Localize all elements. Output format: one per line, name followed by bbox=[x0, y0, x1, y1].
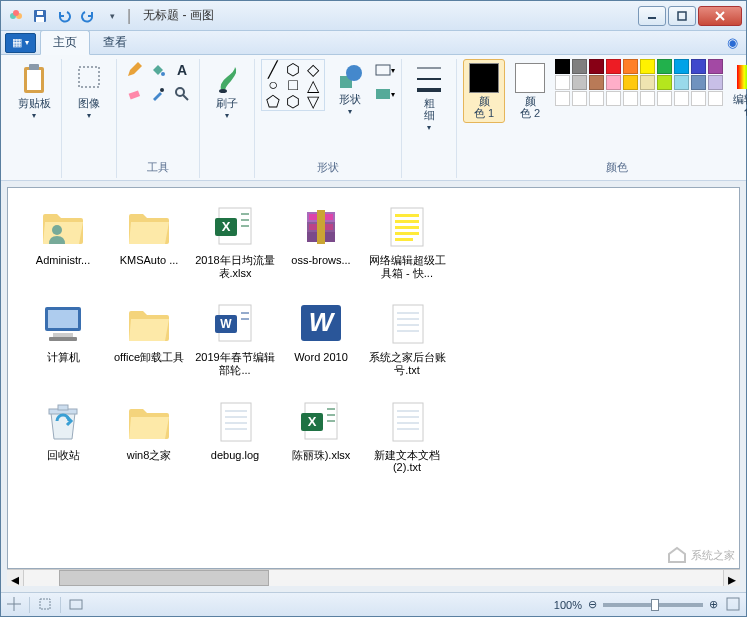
palette-color[interactable] bbox=[555, 75, 570, 90]
palette-color[interactable] bbox=[657, 91, 672, 106]
file-item[interactable]: 计算机 bbox=[22, 299, 104, 376]
file-label: debug.log bbox=[211, 449, 259, 462]
text-icon[interactable]: A bbox=[171, 59, 193, 81]
palette-color[interactable] bbox=[623, 75, 638, 90]
redo-icon[interactable] bbox=[77, 5, 99, 27]
palette-color[interactable] bbox=[606, 59, 621, 74]
file-label: win8之家 bbox=[127, 449, 172, 462]
file-item[interactable]: W2019年春节编辑部轮... bbox=[194, 299, 276, 376]
zoom-level: 100% bbox=[554, 599, 582, 611]
color2-button[interactable]: 颜 色 2 bbox=[509, 59, 551, 123]
shapes-dropdown[interactable]: 形状 ▾ bbox=[329, 59, 371, 120]
select-button[interactable]: 图像 ▾ bbox=[68, 59, 110, 124]
file-item[interactable]: 网络编辑超级工具箱 - 快... bbox=[366, 202, 448, 279]
svg-point-2 bbox=[13, 10, 19, 16]
brushes-button[interactable]: 刷子 ▾ bbox=[206, 59, 248, 124]
palette-color[interactable] bbox=[691, 75, 706, 90]
edit-colors-button[interactable]: 编辑颜色 bbox=[728, 59, 747, 121]
palette-color[interactable] bbox=[623, 91, 638, 106]
palette-color[interactable] bbox=[657, 59, 672, 74]
shape-fill-icon[interactable]: ▾ bbox=[375, 83, 395, 105]
svg-rect-50 bbox=[49, 337, 77, 341]
maximize-button[interactable] bbox=[668, 6, 696, 26]
tab-view[interactable]: 查看 bbox=[90, 30, 140, 55]
pencil-icon[interactable] bbox=[123, 59, 145, 81]
horizontal-scrollbar[interactable]: ◂ ▸ bbox=[7, 569, 740, 586]
magnifier-icon[interactable] bbox=[171, 83, 193, 105]
palette-color[interactable] bbox=[691, 59, 706, 74]
stroke-width-button[interactable]: 粗 细 ▾ bbox=[408, 59, 450, 136]
file-item[interactable]: win8之家 bbox=[108, 397, 190, 474]
file-item[interactable]: WWord 2010 bbox=[280, 299, 362, 376]
minimize-button[interactable] bbox=[638, 6, 666, 26]
file-item[interactable]: office卸载工具 bbox=[108, 299, 190, 376]
zoom-out-button[interactable]: ⊖ bbox=[588, 598, 597, 611]
palette-color[interactable] bbox=[606, 91, 621, 106]
file-label: 系统之家后台账号.txt bbox=[367, 351, 447, 376]
palette-color[interactable] bbox=[589, 75, 604, 90]
palette-color[interactable] bbox=[572, 59, 587, 74]
svg-point-14 bbox=[161, 72, 165, 76]
palette-color[interactable] bbox=[708, 91, 723, 106]
color-palette[interactable] bbox=[555, 59, 724, 106]
palette-color[interactable] bbox=[572, 91, 587, 106]
svg-rect-43 bbox=[395, 220, 419, 223]
fill-icon[interactable] bbox=[147, 59, 169, 81]
palette-color[interactable] bbox=[708, 75, 723, 90]
palette-color[interactable] bbox=[640, 75, 655, 90]
file-item[interactable]: X2018年日均流量表.xlsx bbox=[194, 202, 276, 279]
file-label: 陈丽珠).xlsx bbox=[292, 449, 351, 462]
close-button[interactable] bbox=[698, 6, 742, 26]
file-item[interactable]: Administr... bbox=[22, 202, 104, 279]
undo-icon[interactable] bbox=[53, 5, 75, 27]
svg-text:W: W bbox=[220, 317, 232, 331]
palette-color[interactable] bbox=[674, 91, 689, 106]
file-menu-button[interactable]: ▦▾ bbox=[5, 33, 36, 53]
svg-rect-22 bbox=[376, 65, 390, 75]
file-item[interactable]: KMSAuto ... bbox=[108, 202, 190, 279]
svg-point-17 bbox=[176, 88, 184, 96]
file-label: 2018年日均流量表.xlsx bbox=[195, 254, 275, 279]
qat-dropdown-icon[interactable]: ▾ bbox=[101, 5, 123, 27]
tab-bar: ▦▾ 主页 查看 ◉ bbox=[1, 31, 746, 55]
group-tools: A 工具 bbox=[117, 59, 200, 178]
color1-swatch bbox=[469, 63, 499, 93]
svg-rect-45 bbox=[395, 232, 419, 235]
paste-button[interactable]: 剪贴板 ▾ bbox=[13, 59, 55, 124]
save-icon[interactable] bbox=[29, 5, 51, 27]
shape-outline-icon[interactable]: ▾ bbox=[375, 59, 395, 81]
palette-color[interactable] bbox=[606, 75, 621, 90]
palette-color[interactable] bbox=[657, 75, 672, 90]
file-item[interactable]: oss-brows... bbox=[280, 202, 362, 279]
recycle-icon bbox=[39, 397, 87, 445]
canvas[interactable]: Administr...KMSAuto ...X2018年日均流量表.xlsxo… bbox=[7, 187, 740, 569]
eraser-icon[interactable] bbox=[123, 83, 145, 105]
palette-color[interactable] bbox=[640, 59, 655, 74]
palette-color[interactable] bbox=[572, 75, 587, 90]
file-item[interactable]: 新建文本文档(2).txt bbox=[366, 397, 448, 474]
palette-color[interactable] bbox=[589, 59, 604, 74]
palette-color[interactable] bbox=[555, 59, 570, 74]
file-item[interactable]: X陈丽珠).xlsx bbox=[280, 397, 362, 474]
palette-color[interactable] bbox=[589, 91, 604, 106]
palette-color[interactable] bbox=[674, 59, 689, 74]
file-item[interactable]: 系统之家后台账号.txt bbox=[366, 299, 448, 376]
eyedropper-icon[interactable] bbox=[147, 83, 169, 105]
file-item[interactable]: debug.log bbox=[194, 397, 276, 474]
zoom-in-button[interactable]: ⊕ bbox=[709, 598, 718, 611]
palette-color[interactable] bbox=[623, 59, 638, 74]
shapes-gallery[interactable]: ╱⬡◇ ○□△ ⬠⬡▽ bbox=[264, 62, 322, 108]
zoom-slider[interactable] bbox=[603, 603, 703, 607]
palette-color[interactable] bbox=[674, 75, 689, 90]
tab-home[interactable]: 主页 bbox=[40, 30, 90, 55]
palette-color[interactable] bbox=[555, 91, 570, 106]
svg-rect-23 bbox=[376, 89, 390, 99]
app-icon[interactable] bbox=[5, 5, 27, 27]
file-item[interactable]: 回收站 bbox=[22, 397, 104, 474]
palette-color[interactable] bbox=[708, 59, 723, 74]
color1-button[interactable]: 颜 色 1 bbox=[463, 59, 505, 123]
help-icon[interactable]: ◉ bbox=[727, 35, 738, 50]
fullscreen-icon[interactable] bbox=[726, 597, 740, 613]
palette-color[interactable] bbox=[691, 91, 706, 106]
palette-color[interactable] bbox=[640, 91, 655, 106]
